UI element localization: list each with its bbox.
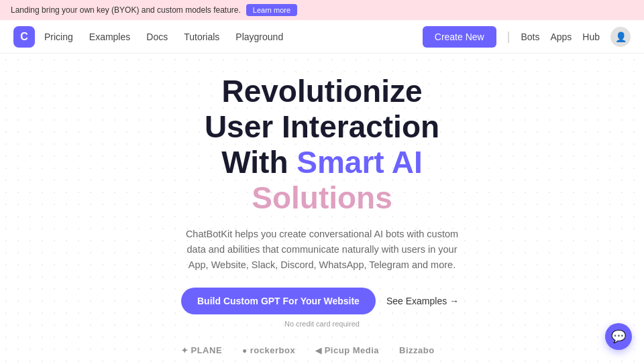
plane-icon: ✦ (181, 346, 189, 355)
nav-hub[interactable]: Hub (582, 32, 600, 42)
hero-line3-plain: With (221, 145, 297, 180)
hero-highlight-blue: Smart AI (297, 145, 422, 180)
nav-separator: | (507, 29, 511, 44)
nav-links: Pricing Examples Docs Tutorials Playgrou… (44, 32, 423, 42)
navbar: C Pricing Examples Docs Tutorials Playgr… (0, 20, 644, 54)
hero-section: Revolutionize User Interaction With Smar… (0, 54, 644, 362)
nav-pricing[interactable]: Pricing (44, 32, 73, 42)
no-credit-card-text: No credit card required (181, 320, 463, 328)
user-avatar[interactable]: 👤 (610, 27, 631, 47)
nav-examples[interactable]: Examples (89, 32, 130, 42)
see-examples-button[interactable]: See Examples → (386, 296, 459, 306)
logo[interactable]: C (13, 26, 35, 48)
logo-picup: ◀ Picup Media (315, 345, 379, 355)
banner-text: Landing bring your own key (BYOK) and cu… (11, 5, 241, 15)
nav-playground[interactable]: Playground (235, 32, 283, 42)
hero-headline: Revolutionize User Interaction With Smar… (181, 74, 463, 216)
learn-more-link[interactable]: Learn more (246, 4, 297, 16)
nav-apps[interactable]: Apps (550, 32, 572, 42)
logo-bizzabo: Bizzabo (399, 345, 435, 355)
logo-plane: ✦ PLANE (181, 345, 222, 355)
logos-row: ✦ PLANE ● rockerbox ◀ Picup Media Bizzab… (181, 345, 463, 355)
navbar-right: Create New | Bots Apps Hub 👤 (423, 26, 631, 48)
nav-bots[interactable]: Bots (521, 32, 539, 42)
hero-description: ChatBotKit helps you create conversation… (181, 227, 463, 274)
hero-highlight-pink: Solutions (252, 180, 392, 215)
hero-content: Revolutionize User Interaction With Smar… (181, 74, 463, 362)
hero-line2: User Interaction (205, 109, 439, 144)
chat-button[interactable]: 💬 (605, 323, 632, 350)
logo-rockerbox: ● rockerbox (242, 345, 295, 355)
picup-icon: ◀ (315, 346, 322, 355)
hero-buttons: Build Custom GPT For Your Website See Ex… (181, 288, 463, 314)
promo-banner: Landing bring your own key (BYOK) and cu… (0, 0, 644, 20)
nav-tutorials[interactable]: Tutorials (184, 32, 219, 42)
chat-icon: 💬 (611, 329, 626, 344)
hero-line1: Revolutionize (221, 74, 422, 109)
create-new-button[interactable]: Create New (423, 26, 496, 48)
build-gpt-button[interactable]: Build Custom GPT For Your Website (181, 288, 376, 314)
nav-docs[interactable]: Docs (146, 32, 168, 42)
rockerbox-icon: ● (242, 346, 248, 355)
